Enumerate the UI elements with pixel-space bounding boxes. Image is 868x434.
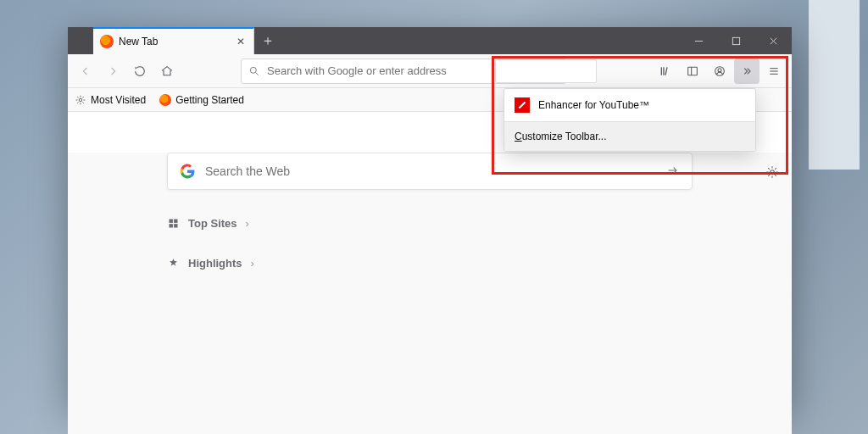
overflow-customize-toolbar[interactable]: Customize Toolbar... [504, 121, 755, 151]
svg-rect-1 [732, 37, 739, 44]
top-sites-section-header[interactable]: Top Sites › [167, 217, 693, 230]
tab-active[interactable]: New Tab ✕ [93, 27, 254, 54]
firefox-favicon-icon [100, 35, 114, 48]
url-bar-placeholder: Search with Google or enter address [267, 64, 447, 77]
section-label: Top Sites [188, 217, 237, 230]
svg-rect-7 [663, 67, 664, 75]
overflow-item-label: Customize Toolbar... [515, 131, 607, 142]
chevron-right-icon: › [251, 257, 254, 270]
newtab-search-box[interactable]: Search the Web [167, 153, 693, 190]
overflow-menu-panel: Enhancer for YouTube™ Customize Toolbar.… [504, 88, 756, 152]
svg-point-16 [79, 98, 82, 102]
overflow-menu-button[interactable] [734, 58, 760, 84]
search-icon [248, 65, 260, 77]
highlights-section-header[interactable]: Highlights › [167, 257, 693, 270]
chevron-right-icon: › [246, 217, 249, 230]
svg-rect-8 [665, 67, 667, 75]
tab-close-button[interactable]: ✕ [235, 36, 247, 47]
page-content: Search the Web Top Sites › Highlights › [68, 153, 792, 434]
forward-button[interactable] [100, 58, 125, 84]
svg-point-12 [718, 68, 721, 71]
firefox-favicon-icon [159, 94, 171, 106]
bookmark-getting-started[interactable]: Getting Started [159, 94, 244, 106]
app-menu-button[interactable] [761, 58, 787, 84]
browser-window: New Tab ✕ ＋ Search with Google o [68, 27, 792, 409]
new-tab-button[interactable]: ＋ [254, 27, 281, 54]
tab-title: New Tab [119, 36, 158, 47]
account-button[interactable] [707, 58, 732, 84]
window-close-button[interactable] [754, 27, 792, 54]
svg-rect-6 [661, 67, 662, 75]
overflow-item-label: Enhancer for YouTube™ [538, 99, 649, 111]
bookmark-most-visited[interactable]: Most Visited [75, 94, 146, 106]
bookmark-label: Getting Started [175, 94, 244, 106]
toolbar-empty-slot[interactable] [495, 59, 597, 83]
back-button[interactable] [73, 58, 98, 84]
svg-point-4 [250, 67, 256, 73]
bookmark-label: Most Visited [91, 94, 146, 106]
gear-icon [75, 94, 86, 106]
overflow-item-extension[interactable]: Enhancer for YouTube™ [504, 89, 755, 121]
svg-point-17 [771, 170, 775, 175]
newtab-settings-button[interactable] [765, 164, 782, 181]
svg-rect-9 [688, 67, 698, 75]
sidebar-button[interactable] [680, 58, 705, 84]
enhancer-youtube-icon [515, 97, 530, 113]
library-button[interactable] [653, 58, 678, 84]
reload-button[interactable] [127, 58, 153, 84]
titlebar: New Tab ✕ ＋ [68, 27, 792, 54]
section-label: Highlights [188, 257, 242, 270]
window-minimize-button[interactable] [680, 27, 717, 54]
svg-rect-21 [170, 224, 173, 227]
newtab-search-placeholder: Search the Web [205, 164, 290, 178]
search-go-icon[interactable] [666, 164, 680, 180]
svg-rect-20 [174, 220, 177, 223]
grid-icon [167, 217, 180, 230]
highlights-icon [167, 257, 180, 270]
home-button[interactable] [154, 58, 180, 84]
svg-rect-19 [170, 220, 173, 223]
google-logo-icon [180, 164, 195, 179]
window-maximize-button[interactable] [717, 27, 754, 54]
svg-line-5 [256, 72, 259, 75]
svg-rect-22 [174, 224, 177, 227]
nav-toolbar: Search with Google or enter address [68, 54, 792, 88]
